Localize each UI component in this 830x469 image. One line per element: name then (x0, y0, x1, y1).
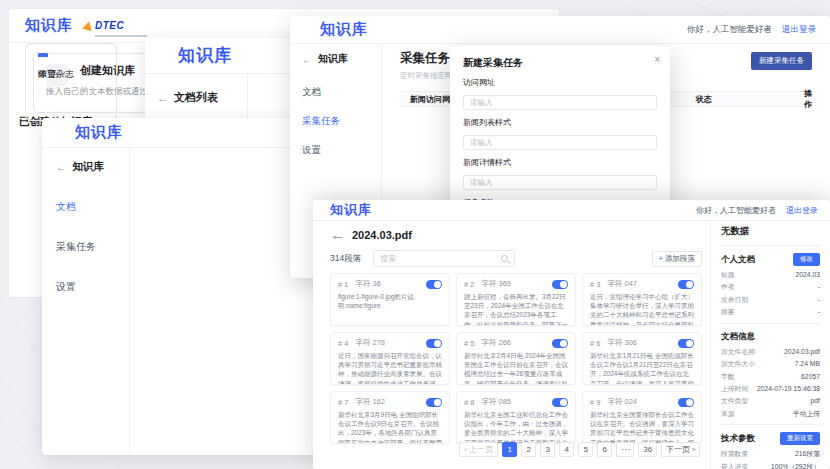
back-nav[interactable]: ← 知识库 (56, 160, 115, 174)
chunk-char-count: 字符 085 (481, 397, 511, 407)
doc-controls: 314段落 + 添加段落 (330, 250, 702, 267)
chunk-char-count: 字符 278 (355, 338, 385, 348)
chunk-enabled-toggle[interactable] (678, 398, 694, 407)
dtec-logo: DTEC (83, 15, 147, 37)
sidebar-item[interactable]: 文档 (56, 200, 115, 214)
back-arrow-icon[interactable]: ← (330, 226, 346, 244)
meta-label: 摘要 (721, 307, 735, 317)
logout-link[interactable]: 退出登录 (782, 24, 816, 36)
meta-value: 62057 (801, 372, 820, 382)
chunk-enabled-toggle[interactable] (552, 339, 568, 348)
chunk-card[interactable]: # 5 字符 266 新华社北京2月4日电 2024年全国国资国企工作会议日前在… (456, 332, 576, 385)
close-icon[interactable]: × (654, 54, 660, 65)
meta-label: 段落数量 (721, 449, 748, 459)
sidebar-item[interactable]: 设置 (302, 144, 369, 157)
desktop-stage: 知识库 DTEC + 创建知识库 接入自己的文本数据或通过 Webhook 实时… (0, 0, 830, 469)
chunk-card[interactable]: # 2 字符 369 踏上新征程，奋楫再出发。3月22日至23日，2024年全国… (456, 273, 576, 326)
meta-label: 原文件名称 (721, 347, 755, 357)
chunk-id: # 3 (590, 280, 600, 289)
meta-value: 2024-07-19 15:46:38 (757, 384, 820, 394)
page-button[interactable]: 6 (597, 442, 612, 457)
next-page-button[interactable]: 下一页 › (661, 442, 700, 457)
page-list: 1 2 3 4 5 6 ⋯ 36 (502, 442, 657, 457)
chunk-text: 近日，党组理论学习中心组（扩大）集体学习研讨会举行，深入学习贯彻党的二十大精神和… (590, 292, 694, 326)
field-label: 访问网址 (463, 77, 657, 88)
meta-row: 文件类型 pdf (721, 396, 820, 406)
chunk-card[interactable]: # 7 字符 162 新华社北京3月9日电 全国组织部长会议工作会议9日在京召开… (330, 391, 450, 444)
page-button[interactable]: ⋯ (616, 442, 634, 457)
chunk-card[interactable]: # 1 字符 36 figure:1-figure-0.jpg图片说明:name… (330, 273, 450, 326)
prev-page-button[interactable]: ‹ 上一页 (459, 442, 498, 457)
meta-row: 原文件名称 2024.03.pdf (721, 347, 820, 357)
field-input[interactable] (463, 135, 657, 150)
meta-label: 作者 (721, 282, 735, 292)
chunk-card[interactable]: # 6 字符 306 新华社北京1月21日电 全国统战部长会议工作会议1月21日… (582, 332, 702, 385)
meta-value: - (818, 295, 820, 305)
field-input[interactable] (463, 95, 657, 110)
chunk-card[interactable]: # 8 字符 085 新华社北京全国工业和信息化工作会议指出，今年工作，由：过去… (456, 391, 576, 444)
chunk-char-count: 字符 36 (355, 279, 380, 289)
page-button[interactable]: 3 (540, 442, 555, 457)
logout-link[interactable]: 退出登录 (786, 205, 818, 216)
meta-row: 来源 手动上传 (721, 409, 820, 419)
new-task-button[interactable]: 新建采集任务 (751, 52, 812, 70)
form-field: 新闻列表样式 (463, 117, 657, 150)
kb-card[interactable]: 瞭望杂志 (25, 43, 117, 121)
pagination: ‹ 上一页 1 2 3 4 5 6 ⋯ (459, 442, 700, 457)
chunk-enabled-toggle[interactable] (552, 398, 568, 407)
sidebar-item[interactable]: 设置 (56, 280, 115, 294)
meta-value: pdf (811, 396, 820, 406)
sidebar-menu: 文档 采集任务 设置 (302, 86, 369, 157)
back-nav[interactable]: ← 文档列表 (157, 90, 235, 105)
chunk-char-count: 字符 306 (607, 338, 637, 348)
doc-header: 知识库 你好，人工智能爱好者 退出登录 (313, 200, 830, 221)
page-button[interactable]: 1 (502, 442, 517, 457)
file-meta-rows: 原文件名称 2024.03.pdf 原文件大小 7.24 MB 字数 62057 (721, 347, 820, 419)
chunk-enabled-toggle[interactable] (678, 280, 694, 289)
chunk-enabled-toggle[interactable] (552, 280, 568, 289)
edit-metadata-button[interactable]: 修改 (793, 253, 820, 266)
page-button[interactable]: 36 (638, 442, 657, 457)
chunk-card[interactable]: # 3 字符 047 近日，党组理论学习中心组（扩大）集体学习研讨会举行，深入学… (582, 273, 702, 326)
meta-row: 摘要 - (721, 307, 820, 317)
sidebar-item[interactable]: 文档 (302, 86, 369, 99)
chunk-enabled-toggle[interactable] (426, 280, 442, 289)
metadata-empty-text: 无数据 (721, 225, 820, 246)
meta-value: 100%（292段） (771, 462, 820, 469)
field-input[interactable] (463, 175, 657, 190)
chunk-enabled-toggle[interactable] (426, 339, 442, 348)
sidebar-item[interactable]: 采集任务 (56, 240, 115, 254)
chunk-card[interactable]: # 9 字符 024 新华社北京全国宣传部长会议工作会议在京召开。会议强调，要深… (582, 391, 702, 444)
page-button[interactable]: 2 (521, 442, 536, 457)
page-button[interactable]: 5 (578, 442, 593, 457)
back-label: 知识库 (73, 160, 105, 174)
add-paragraph-button[interactable]: + 添加段落 (652, 251, 702, 267)
dtec-triangle-icon (82, 20, 94, 31)
tech-meta-rows: 段落数量 216段落 嵌入进度 100%（292段） 嵌入时间 12.52 秒 (721, 449, 820, 469)
form-field: 访问网址 (463, 77, 657, 110)
chunk-id: # 6 (590, 339, 600, 348)
page-button[interactable]: 4 (559, 442, 574, 457)
chunk-text: 踏上新征程，奋楫再出发。3月22日至23日，2024年全国工作会议在北京召开，会… (464, 292, 568, 326)
chunk-enabled-toggle[interactable] (678, 339, 694, 348)
meta-value: 手动上传 (793, 409, 820, 419)
search-input[interactable] (380, 254, 501, 263)
chunk-id: # 9 (590, 398, 600, 407)
reset-settings-button[interactable]: 重新设置 (780, 432, 820, 445)
chunk-id: # 1 (338, 280, 348, 289)
back-label: 文档列表 (174, 90, 218, 105)
sidebar-item[interactable]: 采集任务 (302, 115, 369, 128)
chunk-enabled-toggle[interactable] (426, 398, 442, 407)
meta-value: - (818, 282, 820, 292)
meta-label: 嵌入进度 (721, 462, 748, 469)
file-info-heading: 文档信息 (721, 331, 755, 343)
meta-value: 7.24 MB (795, 359, 820, 369)
meta-row: 嵌入进度 100%（292段） (721, 462, 820, 469)
meta-value: 2024.03.pdf (784, 347, 820, 357)
chunk-id: # 7 (338, 398, 348, 407)
meta-label: 上传时间 (721, 384, 748, 394)
chunk-card[interactable]: # 4 字符 278 近日，国家能源局召开党组会议，认真学习贯彻习近平总书记重要… (330, 332, 450, 385)
col-operation: 操作 (804, 88, 812, 110)
back-nav[interactable]: ← 知识库 (302, 52, 369, 66)
chunk-text: 新华社北京全国工业和信息化工作会议指出，今年工作，由：过去强调，要全面贯彻党的二… (464, 410, 568, 444)
